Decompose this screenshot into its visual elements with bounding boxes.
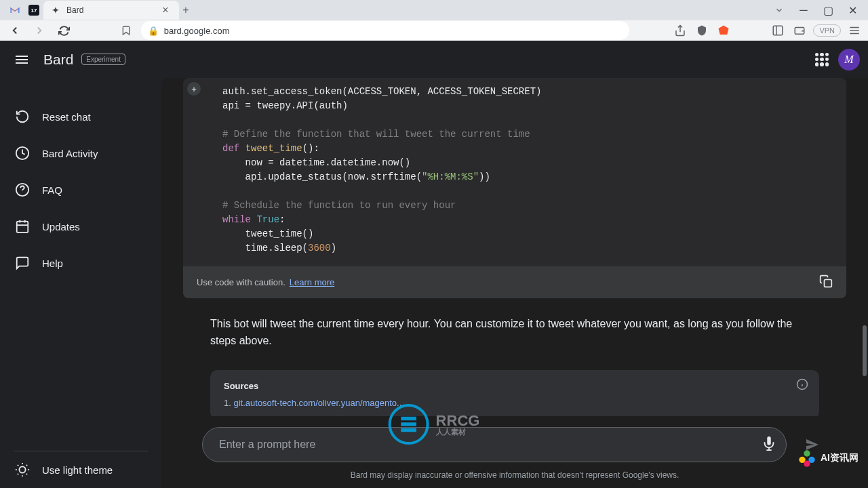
sidebar-item-label: Reset chat [42,111,91,123]
sidebar-item-activity[interactable]: Bard Activity [0,135,161,171]
svg-line-15 [18,465,18,466]
bookmark-button[interactable] [117,21,136,40]
back-button[interactable] [5,21,24,40]
explanation-text: This bot will tweet the current time eve… [183,304,846,370]
forward-button[interactable] [30,21,49,40]
url-bar[interactable]: 🔒 bard.google.com [141,21,629,40]
source-link[interactable]: git.autosoft-tech.com/oliver.yuan/magent… [233,398,403,408]
sidebar-item-faq[interactable]: FAQ [0,171,161,208]
prompt-input[interactable] [219,439,762,451]
sidebar-item-label: FAQ [42,184,62,196]
close-icon[interactable]: × [159,3,172,17]
sidebar-item-help[interactable]: Help [0,245,161,281]
sidebar-item-label: Updates [42,221,80,232]
scrollbar[interactable] [863,325,867,376]
sidebar-icon[interactable] [770,22,786,39]
code-footer: Use code with caution. Learn more [183,266,846,298]
apps-grid-icon[interactable] [815,53,829,66]
app-header: Bard Experiment M [0,41,868,78]
svg-rect-0 [774,26,783,35]
learn-more-link[interactable]: Learn more [290,277,334,287]
menu-icon[interactable] [846,22,863,39]
code-content: auth.set_access_token(ACCESS_TOKEN, ACCE… [183,85,846,266]
sources-panel: Sources 1. git.autosoft-tech.com/oliver.… [210,370,819,419]
browser-chrome: 17 ✦ Bard × + ─ ▢ ✕ 🔒 bard.google.com [0,0,868,41]
close-window-button[interactable]: ✕ [842,1,863,20]
theme-toggle[interactable]: Use light theme [0,451,161,488]
disclaimer-text: Bard may display inaccurate or offensive… [202,470,827,480]
expand-icon[interactable]: + [187,82,201,96]
sidebar-item-reset[interactable]: Reset chat [0,98,161,135]
pinned-tab-gmail[interactable] [5,1,24,20]
svg-line-16 [26,474,27,474]
theme-toggle-label: Use light theme [42,464,113,476]
copy-button[interactable] [819,274,833,290]
sparkle-icon: ✦ [50,5,61,16]
info-icon[interactable] [796,378,808,393]
shield-icon[interactable] [694,22,710,39]
reload-button[interactable] [54,21,73,40]
main-content: + auth.set_access_token(ACCESS_TOKEN, AC… [161,78,868,488]
svg-line-19 [18,474,18,474]
browser-toolbar: 🔒 bard.google.com VPN [0,20,868,41]
new-tab-button[interactable]: + [179,3,193,17]
svg-line-20 [26,465,27,466]
svg-point-12 [19,466,25,472]
source-item: 1. git.autosoft-tech.com/oliver.yuan/mag… [224,398,806,408]
experiment-badge: Experiment [81,54,125,65]
tab-bar: 17 ✦ Bard × + ─ ▢ ✕ [0,0,868,20]
mic-button[interactable] [762,436,776,453]
sidebar-item-label: Bard Activity [42,148,98,159]
code-block: + auth.set_access_token(ACCESS_TOKEN, AC… [183,78,846,298]
dropdown-icon[interactable] [769,1,789,20]
sidebar-item-updates[interactable]: Updates [0,208,161,245]
minimize-button[interactable]: ─ [793,1,814,20]
wallet-icon[interactable] [791,22,808,39]
tab-title: Bard [66,5,153,15]
sidebar-item-label: Help [42,258,63,269]
sidebar: Reset chat Bard Activity FAQ Updates Hel… [0,78,161,488]
hamburger-menu[interactable] [8,46,35,73]
avatar[interactable]: M [838,49,860,70]
svg-rect-21 [825,280,832,287]
share-icon[interactable] [672,22,688,39]
active-tab[interactable]: ✦ Bard × [43,1,179,20]
logo: Bard [43,52,73,68]
prompt-input-container [202,427,787,462]
caution-text: Use code with caution. [197,277,285,287]
send-button[interactable] [797,430,827,460]
input-area: Bard may display inaccurate or offensive… [161,416,868,488]
svg-rect-8 [17,222,28,233]
maximize-button[interactable]: ▢ [818,1,838,20]
url-text: bard.google.com [164,26,230,36]
pinned-tab-trading[interactable]: 17 [24,1,43,20]
sources-title: Sources [224,381,806,391]
vpn-button[interactable]: VPN [813,24,841,37]
brave-icon[interactable] [715,22,732,39]
lock-icon: 🔒 [148,26,159,36]
